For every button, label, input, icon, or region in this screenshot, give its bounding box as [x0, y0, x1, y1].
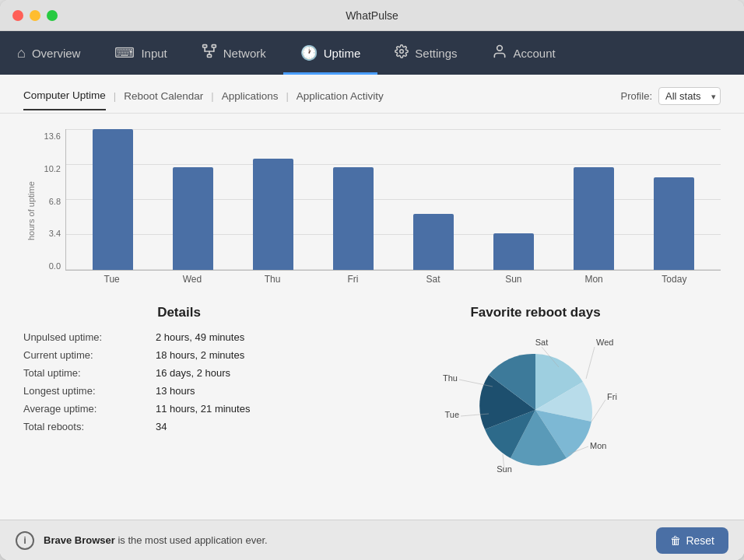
x-label-thu: Thu: [252, 274, 293, 292]
pie-panel: Favorite reboot days: [350, 305, 721, 520]
reset-button[interactable]: 🗑 Reset: [656, 527, 728, 554]
bar-col-mon: [574, 129, 614, 270]
svg-point-8: [497, 45, 502, 51]
nav-label-settings: Settings: [415, 47, 457, 60]
pie-label-sat: Sat: [535, 338, 549, 347]
details-row-total: Total uptime: 16 days, 2 hours: [23, 367, 335, 379]
nav-item-account[interactable]: Account: [475, 31, 573, 75]
maximize-button[interactable]: [47, 10, 58, 21]
details-key-reboots: Total reboots:: [23, 421, 148, 432]
bar-tue: [93, 129, 133, 270]
content-area: Computer Uptime | Reboot Calendar | Appl…: [0, 75, 744, 560]
bar-col-today: [654, 129, 694, 270]
details-row-average: Average uptime: 11 hours, 21 minutes: [23, 403, 335, 415]
bar-col-thu: [253, 129, 293, 270]
info-icon: i: [16, 531, 34, 550]
pie-svg: Sat Wed Fri Mon Sun Tue Th: [442, 328, 629, 476]
profile-select[interactable]: All stats: [658, 87, 721, 105]
minimize-button[interactable]: [30, 10, 40, 21]
tab-application-activity[interactable]: Application Activity: [297, 90, 384, 110]
details-key-unpulsed: Unpulsed uptime:: [23, 331, 148, 343]
trash-icon: 🗑: [670, 534, 681, 547]
app-window: WhatPulse ⌂ Overview ⌨ Input: [0, 0, 744, 560]
bottom-section: Details Unpulsed uptime: 2 hours, 49 min…: [23, 292, 721, 520]
footer-text: Brave Browser is the most used applicati…: [44, 534, 647, 546]
home-icon: ⌂: [17, 45, 26, 61]
y-axis-labels: 13.6 10.2 6.8 3.4 0.0: [36, 129, 65, 292]
pie-label-mon: Mon: [590, 441, 606, 450]
chart-grid: [65, 129, 721, 271]
y-label-0: 13.6: [44, 132, 61, 141]
details-key-total: Total uptime:: [23, 367, 148, 379]
tab-computer-uptime[interactable]: Computer Uptime: [23, 89, 106, 110]
pie-label-fri: Fri: [607, 392, 617, 401]
details-val-total: 16 days, 2 hours: [156, 367, 230, 379]
profile-selector-area: Profile: All stats: [621, 87, 721, 113]
x-label-sat: Sat: [413, 274, 454, 292]
x-label-sun: Sun: [493, 274, 534, 292]
bar-sat: [413, 214, 454, 270]
details-row-current: Current uptime: 18 hours, 2 minutes: [23, 349, 335, 361]
tab-applications[interactable]: Applications: [222, 90, 279, 110]
bar-wed: [173, 167, 213, 270]
titlebar: WhatPulse: [0, 0, 744, 31]
tab-sep-3: |: [286, 90, 288, 110]
main-area: hours of uptime 13.6 10.2 6.8 3.4 0.0: [0, 114, 744, 520]
navbar: ⌂ Overview ⌨ Input Network 🕐: [0, 31, 744, 75]
bar-col-wed: [173, 129, 213, 270]
window-title: WhatPulse: [346, 9, 398, 22]
details-row-unpulsed: Unpulsed uptime: 2 hours, 49 minutes: [23, 331, 335, 343]
x-label-mon: Mon: [574, 274, 614, 292]
details-val-average: 11 hours, 21 minutes: [156, 403, 250, 415]
x-label-tue: Tue: [92, 274, 132, 292]
nav-item-settings[interactable]: Settings: [377, 31, 474, 75]
details-key-longest: Longest uptime:: [23, 385, 148, 397]
bar-col-tue: [93, 129, 133, 270]
y-axis-title: hours of uptime: [23, 129, 36, 292]
details-key-average: Average uptime:: [23, 403, 148, 415]
pie-chart-container: Sat Wed Fri Mon Sun Tue Th: [442, 328, 629, 476]
tab-sep-2: |: [211, 90, 213, 110]
pie-leader-fri: [591, 400, 605, 422]
bars-container: [66, 129, 721, 270]
bar-fri: [333, 167, 374, 270]
nav-label-uptime: Uptime: [324, 47, 361, 60]
bar-col-sun: [493, 129, 534, 270]
clock-icon: 🕐: [300, 44, 318, 61]
tab-sep-1: |: [114, 90, 116, 110]
account-icon: [492, 44, 507, 63]
y-label-3: 3.4: [49, 229, 61, 238]
nav-label-input: Input: [141, 47, 167, 60]
chart-section: hours of uptime 13.6 10.2 6.8 3.4 0.0: [23, 129, 721, 292]
bar-mon: [574, 167, 614, 270]
x-labels: Tue Wed Thu Fri Sat Sun Mon Today: [65, 271, 721, 292]
svg-point-7: [400, 49, 404, 53]
details-key-current: Current uptime:: [23, 349, 148, 361]
reset-label: Reset: [686, 534, 714, 547]
network-icon: [202, 44, 217, 63]
nav-label-overview: Overview: [32, 47, 81, 60]
profile-label: Profile:: [621, 90, 652, 102]
details-val-reboots: 34: [156, 421, 167, 432]
keyboard-icon: ⌨: [114, 44, 135, 61]
bar-sun: [493, 233, 534, 270]
nav-item-uptime[interactable]: 🕐 Uptime: [283, 31, 378, 75]
nav-item-network[interactable]: Network: [184, 31, 283, 75]
nav-label-network: Network: [223, 47, 266, 60]
nav-item-overview[interactable]: ⌂ Overview: [0, 31, 97, 75]
details-val-unpulsed: 2 hours, 49 minutes: [156, 331, 244, 343]
pie-label-wed: Wed: [596, 338, 613, 347]
chart-body: Tue Wed Thu Fri Sat Sun Mon Today: [65, 129, 721, 292]
y-label-4: 0.0: [49, 262, 61, 271]
traffic-lights: [12, 10, 58, 21]
close-button[interactable]: [12, 10, 23, 21]
tab-reboot-calendar[interactable]: Reboot Calendar: [124, 90, 203, 110]
profile-select-wrapper[interactable]: All stats: [658, 87, 721, 105]
nav-item-input[interactable]: ⌨ Input: [97, 31, 184, 75]
y-label-2: 6.8: [49, 198, 61, 206]
footer-text-post: is the most used application ever.: [115, 534, 268, 546]
pie-leader-wed: [586, 347, 595, 379]
footer: i Brave Browser is the most used applica…: [0, 520, 744, 560]
pie-label-thu: Thu: [443, 373, 458, 383]
details-row-longest: Longest uptime: 13 hours: [23, 385, 335, 397]
